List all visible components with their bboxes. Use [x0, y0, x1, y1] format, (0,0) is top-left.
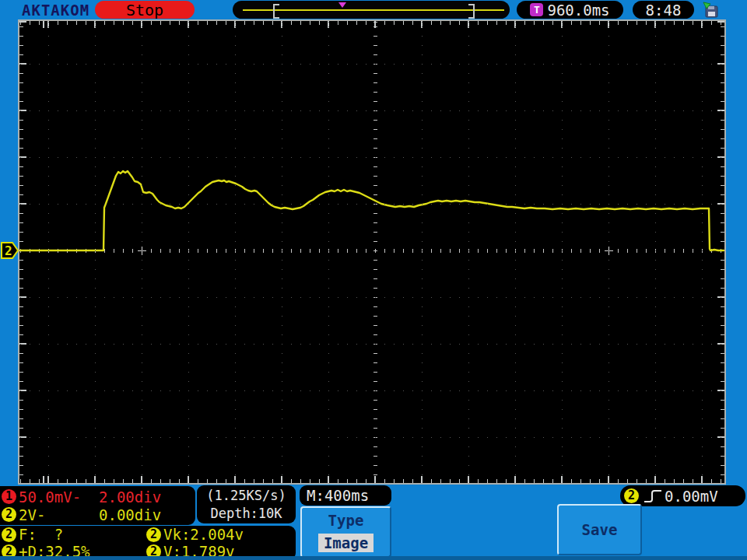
graticule-vline — [608, 21, 609, 483]
graticule-vline — [655, 21, 656, 483]
save-button[interactable]: Save — [557, 504, 642, 555]
graticule-vline — [188, 21, 189, 483]
type-menu-button[interactable]: Type Image — [300, 506, 391, 558]
trigger-level-value: 0.00mV — [665, 488, 718, 505]
ch1-badge: 1 — [2, 489, 16, 504]
measure-vk: 2 Vk:2.004v — [145, 526, 296, 543]
scope-display — [18, 19, 726, 485]
window-right-bracket — [468, 4, 475, 19]
acquisition-box: (1.25KS/s) Depth:10K — [197, 485, 296, 523]
sample-rate: (1.25KS/s) — [206, 488, 286, 503]
type-selected-value[interactable]: Image — [318, 534, 374, 552]
memory-depth: Depth:10K — [210, 506, 282, 521]
graticule-vline — [422, 21, 423, 483]
graticule-hline — [19, 64, 724, 65]
brand-logo: AKTAKOM — [22, 2, 89, 19]
graticule-hline — [19, 390, 724, 391]
channel-readout-box: 1 50.0mV- 2.00div 2 2V- 0.00div — [0, 486, 195, 525]
measurements-box: 2 F: ? 2 Vk:2.004v 2 +D:32.5% 2 V:1.789v — [0, 526, 296, 560]
graticule-vline — [702, 21, 703, 483]
ch2-offset: 0.00div — [99, 506, 161, 523]
trigger-time-value: 960.0ms — [547, 2, 609, 19]
graticule-vline — [235, 21, 236, 483]
graticule-hline — [19, 344, 724, 345]
trigger-position-marker — [338, 2, 346, 8]
graticule-hline — [19, 297, 724, 298]
ch2-badge: 2 — [2, 507, 16, 522]
measure-duty: 2 +D:32.5% — [0, 543, 145, 560]
oscilloscope-screen: { "header": { "brand": "AKTAKOM", "run_s… — [0, 0, 747, 560]
type-label: Type — [328, 512, 364, 529]
ch1-scale: 50.0mV- — [19, 488, 99, 506]
measure-v: 2 V:1.789v — [145, 543, 296, 560]
graticule-vline — [328, 21, 329, 483]
measure-frequency: 2 F: ? — [0, 526, 145, 543]
channel-2-marker: 2 — [1, 242, 19, 259]
clock-badge: 8:48 — [633, 1, 694, 19]
ch2-readout: 2 2V- 0.00div — [0, 506, 195, 523]
graticule-vline — [562, 21, 563, 483]
window-left-bracket — [273, 4, 279, 19]
timebase-box: M:400ms — [300, 485, 391, 506]
top-bar: AKTAKOM Stop T 960.0ms 8:48 — [0, 0, 747, 20]
waveform-ch2 — [19, 21, 724, 483]
run-state-badge: Stop — [95, 1, 195, 19]
graticule-vline — [282, 21, 282, 483]
ch1-readout: 1 50.0mV- 2.00div — [0, 488, 195, 506]
graticule-vline — [95, 21, 96, 483]
trigger-position-bar — [233, 1, 510, 19]
ch2-scale: 2V- — [19, 506, 99, 523]
ch1-offset: 2.00div — [99, 488, 161, 506]
graticule-hline — [19, 157, 724, 158]
graticule-vline — [515, 21, 516, 483]
graticule-vline — [142, 21, 142, 483]
graticule-hline — [19, 437, 724, 438]
graticule-vline — [48, 21, 49, 483]
disk-icon — [701, 2, 721, 19]
trigger-time-badge: T 960.0ms — [517, 1, 623, 19]
graticule-hline — [19, 110, 724, 111]
graticule-vline — [468, 21, 469, 483]
record-length-line — [243, 9, 504, 11]
save-label: Save — [582, 521, 618, 538]
trigger-t-icon: T — [530, 3, 543, 16]
trigger-source-badge: 2 — [624, 488, 639, 503]
rising-edge-icon — [643, 488, 663, 505]
svg-text:2: 2 — [5, 243, 12, 258]
graticule-hline — [19, 204, 724, 205]
trigger-level-box: 2 0.00mV — [620, 485, 745, 506]
timebase-value: M:400ms — [307, 487, 369, 504]
